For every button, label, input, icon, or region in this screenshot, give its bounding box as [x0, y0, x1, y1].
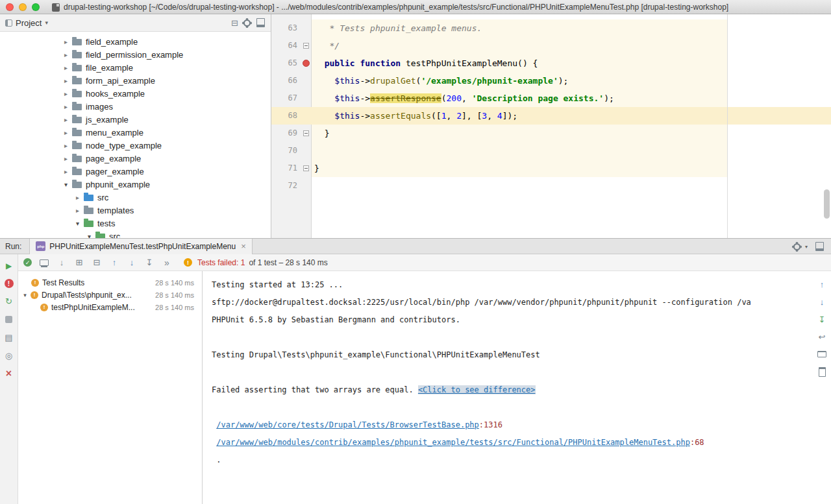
chevron-right-icon[interactable]: ▸ — [62, 142, 70, 149]
editor[interactable]: 63 * Tests phpunit_example menus.64 */65… — [271, 14, 831, 238]
chevron-right-icon[interactable]: ▸ — [62, 77, 70, 84]
chevron-right-icon[interactable]: ▸ — [62, 168, 70, 175]
code-line-65[interactable]: 65 public function testPhpUnitExampleMen… — [271, 54, 831, 72]
stop-icon[interactable] — [4, 314, 14, 324]
test-tree: Test Results28 s 140 ms▾Drupal\Tests\php… — [18, 271, 203, 504]
project-tree-item-templates[interactable]: ▸templates — [0, 204, 271, 217]
zoom-window-button[interactable] — [32, 3, 40, 11]
next-failed-test-icon[interactable]: ↓ — [127, 258, 137, 268]
chevron-right-icon[interactable]: ▸ — [62, 129, 70, 136]
test-tree-item[interactable]: ▾Drupal\Tests\phpunit_ex...28 s 140 ms — [18, 289, 202, 301]
code-line-71[interactable]: 71} — [271, 160, 831, 177]
editor-scrollbar[interactable] — [824, 189, 830, 219]
run-tab[interactable]: php PHPUnitExampleMenuTest.testPhpUnitEx… — [29, 239, 252, 254]
fold-icon[interactable] — [303, 43, 309, 49]
gutter-cell — [300, 130, 312, 136]
project-tree-item-page_example[interactable]: ▸page_example — [0, 152, 271, 165]
project-tree-item-node_type_example[interactable]: ▸node_type_example — [0, 139, 271, 152]
project-tree-item-pager_example[interactable]: ▸pager_example — [0, 165, 271, 178]
code-line-68[interactable]: 68 $this->assertEquals([1, 2], [3, 4]); — [271, 107, 831, 125]
code-line-72[interactable]: 72 — [271, 177, 831, 195]
chevron-right-icon[interactable]: ▸ — [62, 90, 70, 97]
project-tree-item-hooks_example[interactable]: ▸hooks_example — [0, 87, 271, 100]
project-tree-item-js_example[interactable]: ▸js_example — [0, 113, 271, 126]
print-icon[interactable] — [817, 349, 827, 359]
chevron-right-icon[interactable]: ▸ — [73, 194, 82, 201]
folder-icon — [72, 104, 82, 110]
minimize-window-button[interactable] — [19, 3, 27, 11]
code-line-66[interactable]: 66 $this->drupalGet('/examples/phpunit-e… — [271, 72, 831, 90]
test-tree-item[interactable]: testPhpUnitExampleM...28 s 140 ms — [18, 301, 202, 313]
console-link[interactable]: /var/www/web/modules/contrib/examples/ph… — [216, 438, 690, 447]
project-tree-item-field_permission_example[interactable]: ▸field_permission_example — [0, 48, 271, 61]
down-stack-trace-icon[interactable]: ↓ — [817, 296, 827, 307]
up-stack-trace-icon[interactable]: ↑ — [817, 279, 827, 289]
code-line-67[interactable]: 67 $this->assertResponse(200, 'Descripti… — [271, 90, 831, 107]
chevron-right-icon[interactable]: ▸ — [62, 103, 70, 110]
chevron-down-icon[interactable]: ▾ — [73, 220, 82, 227]
folder-icon — [72, 65, 82, 71]
clear-all-icon[interactable] — [817, 366, 827, 377]
project-tree-item-form_api_example[interactable]: ▸form_api_example — [0, 74, 271, 87]
project-tree-item-file_example[interactable]: ▸file_example — [0, 61, 271, 74]
test-tree-item[interactable]: Test Results28 s 140 ms — [18, 276, 202, 289]
fold-icon[interactable] — [303, 165, 309, 171]
code-line-64[interactable]: 64 */ — [271, 37, 831, 54]
gear-icon[interactable] — [792, 241, 802, 252]
project-tree-item-src[interactable]: ▸src — [0, 191, 271, 204]
chevron-right-icon[interactable]: ▸ — [73, 207, 82, 214]
chevron-down-icon[interactable]: ▾ — [21, 292, 29, 298]
sort-by-duration-icon[interactable]: ↓ — [56, 258, 67, 268]
hide-panel-icon[interactable] — [814, 241, 825, 252]
code-line-63[interactable]: 63 * Tests phpunit_example menus. — [271, 19, 831, 37]
previous-failed-test-icon[interactable]: ↑ — [109, 258, 119, 268]
chevron-down-icon[interactable]: ▾ — [45, 19, 48, 26]
export-test-results-icon[interactable]: ↧ — [817, 314, 827, 324]
project-tree-item-field_example[interactable]: ▸field_example — [0, 35, 271, 48]
code-line-69[interactable]: 69 } — [271, 125, 831, 142]
code-line-70[interactable]: 70 — [271, 142, 831, 160]
chevron-down-icon[interactable]: ▾ — [85, 233, 93, 239]
chevron-right-icon[interactable]: ▸ — [62, 116, 70, 123]
import-test-results-icon[interactable]: ↧ — [144, 258, 155, 268]
code-token: ); — [604, 93, 614, 103]
rerun-tests-icon[interactable]: ▶ — [4, 261, 14, 271]
toggle-auto-test-icon[interactable]: ↻ — [4, 296, 14, 306]
pin-tab-icon[interactable]: ◎ — [4, 350, 14, 361]
test-failed-gutter-icon[interactable] — [303, 60, 310, 67]
project-tree-item-src[interactable]: ▾src — [0, 230, 271, 238]
chevron-right-icon[interactable]: ▸ — [62, 51, 70, 58]
chevron-right-icon[interactable]: ▸ — [62, 155, 70, 162]
project-tree-item-images[interactable]: ▸images — [0, 100, 271, 113]
rerun-failed-tests-icon[interactable]: ! — [5, 279, 14, 288]
show-passed-icon[interactable]: ✓ — [23, 258, 32, 267]
chevron-right-icon[interactable]: ▸ — [62, 64, 70, 71]
window-title-area: drupal-testing-workshop [~/Code/os/drupa… — [52, 0, 821, 14]
close-tab-icon[interactable]: × — [241, 241, 246, 251]
soft-wrap-icon[interactable]: ↩ — [817, 331, 827, 342]
chevron-right-icon[interactable]: ▸ — [62, 38, 70, 45]
expand-all-icon[interactable]: ⊞ — [74, 258, 84, 268]
hide-panel-icon[interactable] — [255, 18, 266, 28]
project-panel-title[interactable]: Project — [16, 18, 42, 28]
restore-layout-icon[interactable]: ▤ — [4, 332, 14, 342]
console[interactable]: Testing started at 13:25 ...sftp://docke… — [203, 271, 831, 504]
gear-icon[interactable] — [242, 18, 252, 28]
chevron-down-icon[interactable]: ▾ — [62, 181, 70, 188]
folder-icon — [72, 143, 82, 149]
fold-icon[interactable] — [303, 130, 309, 136]
console-link[interactable]: <Click to see difference> — [418, 385, 536, 394]
code-text: $this->assertResponse(200, 'Description … — [312, 90, 614, 107]
close-icon[interactable]: × — [4, 368, 14, 379]
title-bar[interactable]: drupal-testing-workshop [~/Code/os/drupa… — [0, 0, 831, 14]
php-file-icon: php — [36, 241, 45, 251]
project-tree-item-phpunit_example[interactable]: ▾phpunit_example — [0, 178, 271, 191]
project-tree-item-tests[interactable]: ▾tests — [0, 217, 271, 230]
close-window-button[interactable] — [6, 3, 14, 11]
project-tree-item-menu_example[interactable]: ▸menu_example — [0, 126, 271, 139]
show-ignored-icon[interactable] — [39, 258, 49, 268]
more-actions-icon[interactable]: » — [162, 258, 172, 268]
collapse-all-icon[interactable]: ⊟ — [92, 258, 102, 268]
collapse-all-icon[interactable]: ⊟ — [231, 18, 238, 28]
console-link[interactable]: /var/www/web/core/tests/Drupal/Tests/Bro… — [216, 420, 479, 429]
